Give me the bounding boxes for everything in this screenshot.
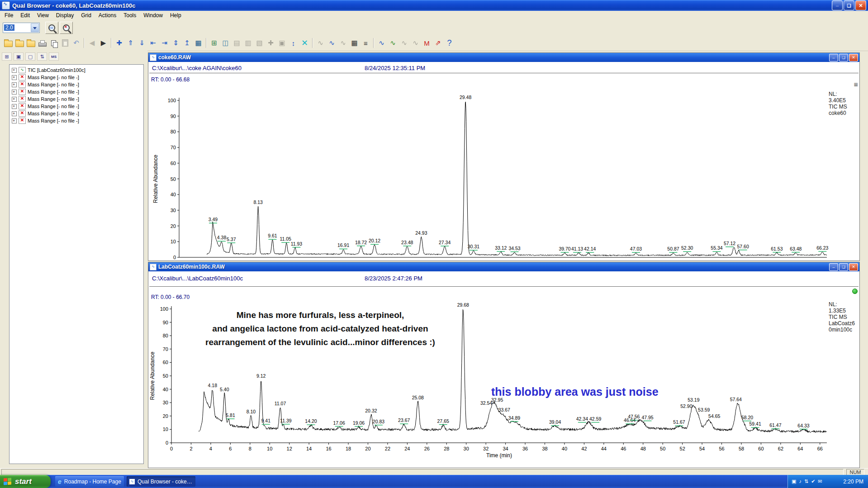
minimize-button[interactable] [832, 0, 843, 10]
list-icon[interactable]: ≡ [360, 38, 371, 49]
reset-display-icon[interactable]: ✚ [114, 38, 125, 49]
x-tick-label: 50 [660, 446, 665, 451]
menu-item-help[interactable]: Help [166, 11, 185, 19]
open-sequence-icon[interactable] [25, 38, 37, 49]
pane-titlebar[interactable]: LabCoatz60min100c.RAW [148, 262, 859, 271]
pin-cell-icon[interactable]: ▣ [276, 38, 288, 49]
zoom-apply-button[interactable] [45, 22, 58, 34]
scale-up-icon[interactable]: ⇑ [125, 38, 136, 49]
merge-cells-icon[interactable]: ▤ [231, 38, 242, 49]
menu-item-actions[interactable]: Actions [95, 11, 120, 19]
chromatogram-icon[interactable]: ∿ [326, 38, 337, 49]
tray-messenger-icon[interactable]: ✉ [818, 479, 822, 484]
forward-cell-icon[interactable]: ▶ [98, 38, 109, 49]
tray-network-icon[interactable]: ⇅ [804, 479, 808, 484]
expander-icon[interactable] [12, 82, 17, 87]
combo-dropdown-icon[interactable] [31, 24, 39, 32]
pane-minimize-button[interactable] [829, 54, 838, 62]
expander-icon[interactable] [12, 68, 17, 73]
pane-title-text: coke60.RAW [158, 54, 828, 61]
expander-icon[interactable] [12, 97, 17, 102]
restore-button[interactable] [844, 0, 854, 10]
spectrum-icon[interactable]: ∿ [376, 38, 387, 49]
delete-cell-icon[interactable]: ✕ [299, 38, 310, 49]
menu-item-edit[interactable]: Edit [17, 11, 33, 19]
tree-item[interactable]: ✕Mass Range [- no file -] [9, 103, 143, 110]
tree-item[interactable]: ✕Mass Range [- no file -] [9, 81, 143, 88]
start-button[interactable]: start [0, 475, 51, 488]
scale-down-icon[interactable]: ⇓ [136, 38, 147, 49]
autoscale-icon[interactable]: ↥ [181, 38, 193, 49]
chromatogram-small-icon[interactable]: ∿ [315, 38, 326, 49]
menu-item-tools[interactable]: Tools [120, 11, 140, 19]
expander-icon[interactable] [12, 111, 17, 116]
undo-icon[interactable]: ↶ [71, 38, 82, 49]
tray-security-icon[interactable]: ✔ [811, 479, 815, 484]
pan-left-icon[interactable]: ⇤ [147, 38, 159, 49]
pane-titlebar[interactable]: coke60.RAW [148, 53, 859, 62]
peak-label: 64.33 [797, 423, 809, 428]
expander-icon[interactable] [12, 104, 17, 109]
new-page-icon[interactable]: ▢ [25, 52, 35, 61]
close-button[interactable] [855, 0, 866, 10]
pan-right-icon[interactable]: ⇥ [159, 38, 170, 49]
tile-cells-icon[interactable]: ◫ [220, 38, 231, 49]
expander-icon[interactable] [12, 90, 17, 95]
pane-minimize-button[interactable] [829, 263, 838, 271]
table-icon[interactable]: ▦ [349, 38, 360, 49]
expand-cell-icon[interactable]: ✚ [265, 38, 276, 49]
dock-view-icon[interactable]: ⊞ [2, 52, 12, 61]
arrange-cells-icon[interactable]: ▥ [242, 38, 254, 49]
help-icon[interactable]: ? [444, 38, 455, 49]
app-icon [2, 1, 10, 9]
spectrum-gray-icon[interactable]: ∿ [337, 38, 349, 49]
taskbar-task-roadmap[interactable]: Roadmap - Home Page [55, 476, 124, 487]
spectrum-green-icon[interactable]: ∿ [387, 38, 398, 49]
taskbar-task-qual-browser[interactable]: Qual Browser - coke6... [127, 476, 195, 487]
tray-volume-icon[interactable]: ♪ [799, 479, 802, 484]
print-icon[interactable] [37, 38, 48, 49]
pane-close-button[interactable] [849, 54, 858, 62]
export-chart-icon[interactable]: ⇗ [432, 38, 444, 49]
tree-item-label: Mass Range [- no file -] [28, 82, 79, 87]
open-layout-icon[interactable] [14, 38, 25, 49]
tree-item[interactable]: ✕Mass Range [- no file -] [9, 88, 143, 95]
display-options-icon[interactable]: ▦ [193, 38, 204, 49]
tree-item[interactable]: ✕Mass Range [- no file -] [9, 117, 143, 124]
back-cell-icon[interactable]: ◀ [86, 38, 98, 49]
open-raw-file-icon[interactable] [3, 38, 14, 49]
copy-icon[interactable] [48, 38, 59, 49]
ms-ranges-icon[interactable]: MS [49, 52, 59, 61]
pane-restore-button[interactable] [839, 54, 848, 62]
cascade-cells-icon[interactable]: ▧ [254, 38, 265, 49]
zoom-reset-button[interactable] [60, 22, 73, 34]
expander-icon[interactable] [12, 75, 17, 80]
chart-extra-icon[interactable]: ∿ [410, 38, 421, 49]
menu-item-display[interactable]: Display [52, 11, 77, 19]
tree-item[interactable]: ∿TIC [LabCoatz60min100c] [9, 66, 143, 74]
menu-item-grid[interactable]: Grid [77, 11, 95, 19]
grid-insert-icon[interactable]: ⊞ [209, 38, 220, 49]
pane-restore-button[interactable] [839, 263, 848, 271]
copy-cell-view-icon[interactable]: ▣ [14, 52, 24, 61]
normalize-icon[interactable]: ⇕ [170, 38, 181, 49]
tree-item[interactable]: ✕Mass Range [- no file -] [9, 110, 143, 117]
menu-item-window[interactable]: Window [140, 11, 166, 19]
window-titlebar[interactable]: Qual Browser - coke60, LabCoatz60min100c [0, 0, 868, 11]
taskbar-clock[interactable]: 2:20 PM [843, 479, 863, 485]
menu-item-file[interactable]: File [1, 11, 17, 19]
tic-chromatogram-coke60[interactable]: 0102030405060708090100Relative Abundance… [148, 81, 859, 261]
expander-icon[interactable] [12, 118, 17, 123]
library-search-icon[interactable]: M [421, 38, 432, 49]
scale-combo[interactable]: 2.0 [3, 23, 40, 33]
split-axes-icon[interactable]: ↕ [288, 38, 299, 49]
sort-ranges-icon[interactable]: ⇅ [37, 52, 47, 61]
paste-icon[interactable] [59, 38, 71, 49]
splitter-handle-icon[interactable] [854, 82, 858, 87]
pane-close-button[interactable] [849, 263, 858, 271]
tree-item[interactable]: ✕Mass Range [- no file -] [9, 74, 143, 81]
tray-display-icon[interactable]: ▣ [792, 479, 796, 484]
tree-item[interactable]: ✕Mass Range [- no file -] [9, 95, 143, 103]
map-view-icon[interactable]: ∿ [398, 38, 410, 49]
menu-item-view[interactable]: View [33, 11, 52, 19]
